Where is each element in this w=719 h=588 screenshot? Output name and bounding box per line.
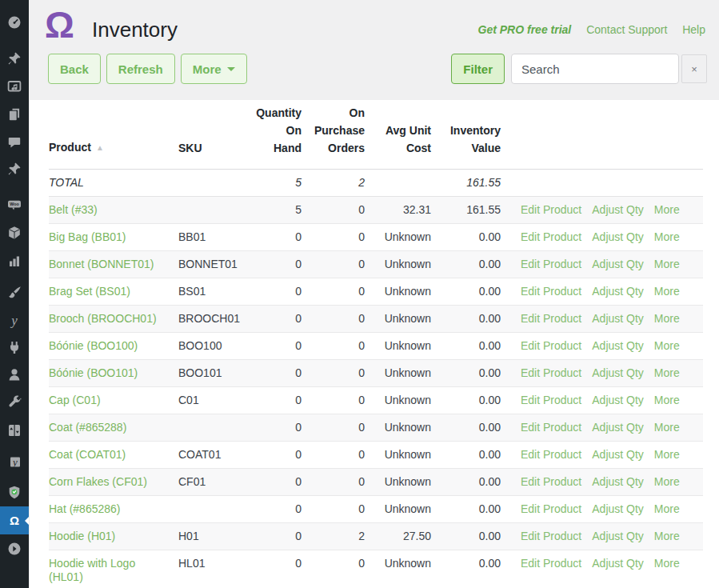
column-header-product[interactable]: Product▲ xyxy=(49,100,178,170)
adjust-qty-link[interactable]: Adjust Qty xyxy=(592,230,644,243)
adjust-qty-link[interactable]: Adjust Qty xyxy=(592,557,644,570)
sidebar-item-plug[interactable] xyxy=(0,334,29,362)
more-link[interactable]: More xyxy=(654,203,680,216)
edit-product-link[interactable]: Edit Product xyxy=(521,339,581,352)
table-row: Corn Flakes (CF01)CF0100Unknown0.00Edit … xyxy=(49,469,703,496)
adjust-qty-link[interactable]: Adjust Qty xyxy=(592,285,644,298)
contact-support-link[interactable]: Contact Support xyxy=(586,23,667,36)
sidebar-item-media[interactable] xyxy=(0,73,29,100)
column-header-avg-unit-cost[interactable]: Avg Unit Cost xyxy=(371,100,437,170)
edit-product-link[interactable]: Edit Product xyxy=(521,448,581,461)
column-header-sku[interactable]: SKU xyxy=(178,100,255,170)
product-link[interactable]: Corn Flakes (CF01) xyxy=(49,475,147,488)
sidebar-item-sliders[interactable] xyxy=(0,417,29,444)
adjust-qty-link[interactable]: Adjust Qty xyxy=(592,502,644,515)
edit-product-link[interactable]: Edit Product xyxy=(521,366,581,379)
qty-on-hand-cell: 0 xyxy=(255,414,308,442)
product-link[interactable]: Hoodie with Logo (HL01) xyxy=(49,557,135,583)
sidebar-item-shield-check[interactable] xyxy=(0,479,29,506)
adjust-qty-link[interactable]: Adjust Qty xyxy=(592,312,644,325)
sidebar-item-paintbrush[interactable] xyxy=(0,279,29,306)
sidebar-item-pages[interactable] xyxy=(0,101,29,128)
more-link[interactable]: More xyxy=(654,475,680,488)
more-link[interactable]: More xyxy=(654,366,680,379)
product-link[interactable]: Cap (C01) xyxy=(49,394,101,406)
filter-button[interactable]: Filter xyxy=(451,54,505,84)
product-link[interactable]: Big Bag (BB01) xyxy=(49,230,126,243)
refresh-button[interactable]: Refresh xyxy=(106,54,175,84)
adjust-qty-link[interactable]: Adjust Qty xyxy=(592,394,644,406)
more-link[interactable]: More xyxy=(654,557,680,570)
edit-product-link[interactable]: Edit Product xyxy=(521,394,581,406)
edit-product-link[interactable]: Edit Product xyxy=(521,312,581,325)
avg-unit-cost-cell: Unknown xyxy=(371,360,437,387)
adjust-qty-link[interactable]: Adjust Qty xyxy=(592,475,644,488)
product-link[interactable]: Bonnet (BONNET01) xyxy=(49,258,154,270)
more-link[interactable]: More xyxy=(654,230,680,243)
adjust-qty-link[interactable]: Adjust Qty xyxy=(592,448,644,461)
product-link[interactable]: Belt (#33) xyxy=(49,203,98,216)
product-link[interactable]: Bóónie (BOO101) xyxy=(49,366,138,379)
sidebar-item-bar-chart[interactable] xyxy=(0,247,29,274)
sku-cell: COAT01 xyxy=(178,442,255,469)
sku-cell: BROOCH01 xyxy=(178,306,255,333)
column-header-qty-on-hand[interactable]: Quantity On Hand xyxy=(255,100,308,170)
inventory-value-cell: 0.00 xyxy=(437,306,507,333)
more-button[interactable]: More xyxy=(181,54,247,84)
get-pro-link[interactable]: Get PRO free trial xyxy=(478,23,572,36)
sidebar-item-yoast[interactable]: y xyxy=(0,449,29,476)
edit-product-link[interactable]: Edit Product xyxy=(521,203,581,216)
product-link[interactable]: Coat (COAT01) xyxy=(49,448,126,461)
clear-search-button[interactable]: × xyxy=(681,54,707,83)
edit-product-link[interactable]: Edit Product xyxy=(521,285,581,298)
edit-product-link[interactable]: Edit Product xyxy=(521,258,581,270)
edit-product-link[interactable]: Edit Product xyxy=(521,421,581,434)
sidebar-item-wrench[interactable] xyxy=(0,389,29,416)
edit-product-link[interactable]: Edit Product xyxy=(521,502,581,515)
sidebar-item-pushpin[interactable] xyxy=(0,45,29,72)
search-input[interactable] xyxy=(511,54,679,84)
edit-product-link[interactable]: Edit Product xyxy=(521,230,581,243)
back-button[interactable]: Back xyxy=(48,54,101,84)
more-link[interactable]: More xyxy=(654,312,680,325)
adjust-qty-link[interactable]: Adjust Qty xyxy=(592,366,644,379)
more-link[interactable]: More xyxy=(654,448,680,461)
sidebar-item-user[interactable] xyxy=(0,361,29,388)
sidebar-item-omega[interactable]: Ω xyxy=(0,506,29,534)
product-link[interactable]: Bóónie (BOO100) xyxy=(49,339,138,352)
actions-cell: Edit ProductAdjust QtyMore xyxy=(507,251,703,278)
more-link[interactable]: More xyxy=(654,258,680,270)
adjust-qty-link[interactable]: Adjust Qty xyxy=(592,421,644,434)
adjust-qty-link[interactable]: Adjust Qty xyxy=(592,258,644,270)
edit-product-link[interactable]: Edit Product xyxy=(521,557,581,570)
sidebar-item-cube[interactable] xyxy=(0,219,29,246)
sidebar-item-collapse[interactable] xyxy=(0,535,29,562)
more-link[interactable]: More xyxy=(654,285,680,298)
more-link[interactable]: More xyxy=(654,394,680,406)
column-header-on-purchase-orders[interactable]: On Purchase Orders xyxy=(308,100,371,170)
adjust-qty-link[interactable]: Adjust Qty xyxy=(592,203,644,216)
product-link[interactable]: Brag Set (BS01) xyxy=(49,285,130,298)
adjust-qty-link[interactable]: Adjust Qty xyxy=(592,530,644,542)
column-header-inventory-value[interactable]: Inventory Value xyxy=(437,100,507,170)
sku-cell xyxy=(178,197,255,224)
sidebar-item-comments[interactable] xyxy=(0,129,29,156)
more-link[interactable]: More xyxy=(654,421,680,434)
svg-text:y: y xyxy=(10,313,18,328)
adjust-qty-link[interactable]: Adjust Qty xyxy=(592,339,644,352)
sidebar-item-dashboard[interactable] xyxy=(0,9,29,36)
help-link[interactable]: Help xyxy=(682,23,705,36)
more-link[interactable]: More xyxy=(654,339,680,352)
sku-cell: C01 xyxy=(178,387,255,414)
edit-product-link[interactable]: Edit Product xyxy=(521,475,581,488)
product-link[interactable]: Coat (#865288) xyxy=(49,421,126,434)
sidebar-item-y-script[interactable]: y xyxy=(0,306,29,334)
more-link[interactable]: More xyxy=(654,530,680,542)
more-link[interactable]: More xyxy=(654,502,680,515)
product-link[interactable]: Brooch (BROOCH01) xyxy=(49,312,157,325)
product-link[interactable]: Hat (#865286) xyxy=(49,502,121,515)
sidebar-item-pushpin[interactable] xyxy=(0,155,29,182)
sidebar-item-woo[interactable]: Woo xyxy=(0,191,29,218)
product-link[interactable]: Hoodie (H01) xyxy=(49,530,115,542)
edit-product-link[interactable]: Edit Product xyxy=(521,530,581,542)
